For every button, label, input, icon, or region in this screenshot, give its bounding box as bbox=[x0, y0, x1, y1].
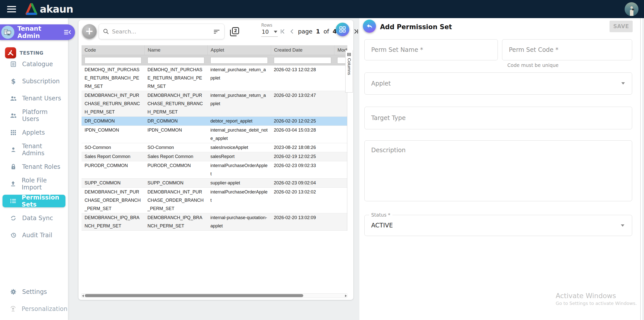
table-row[interactable]: DEMOHQ_INT_PURCHASE_RETURN_BRANCH_PERM_S… bbox=[82, 65, 347, 91]
applet-select[interactable]: Applet bbox=[364, 72, 632, 95]
target-type-field[interactable]: Target Type bbox=[364, 107, 632, 129]
akaun-triangle-logo-icon bbox=[25, 3, 38, 15]
perm-set-name-field[interactable]: Perm Set Name * bbox=[364, 39, 498, 60]
sidebar-item-permission-sets[interactable]: Permission Sets bbox=[3, 195, 65, 207]
save-button[interactable]: SAVE bbox=[610, 21, 633, 32]
module-label: TESTING bbox=[20, 50, 44, 56]
table-row[interactable]: Sales Report Common Sales Report Common … bbox=[82, 152, 347, 161]
sidebar-item-tenant-admins[interactable]: Tenant Admins bbox=[3, 143, 65, 156]
column-header-created-date[interactable]: Created Date bbox=[271, 45, 334, 55]
workspace-switcher[interactable]: Tenant Admin bbox=[0, 24, 75, 40]
back-button[interactable] bbox=[363, 20, 376, 33]
description-field[interactable]: Description bbox=[364, 140, 632, 201]
filter-input-created-date[interactable] bbox=[274, 57, 331, 64]
table-row[interactable]: DEMOBRANCH_INT_PURCHASE_ORDER_BRANCH_PER… bbox=[82, 188, 347, 213]
user-avatar[interactable] bbox=[625, 2, 638, 16]
cell-code: SO-Common bbox=[82, 143, 144, 152]
sidebar-module-testing[interactable]: TESTING bbox=[5, 47, 44, 58]
horizontal-scrollbar[interactable] bbox=[82, 293, 347, 298]
sidebar: Tenant Admin TESTING Catalogue bbox=[0, 18, 68, 320]
filter-input-name[interactable] bbox=[147, 57, 204, 64]
perm-set-code-field[interactable]: Perm Set Code * bbox=[502, 39, 632, 60]
hamburger-menu-icon[interactable] bbox=[7, 6, 16, 12]
sidebar-item-catalogue[interactable]: Catalogue bbox=[3, 58, 65, 70]
watermark-line1: Activate Windows bbox=[556, 292, 637, 300]
cell-applet: internalPurchaseOrderApplet bbox=[207, 188, 271, 213]
cell-applet: internalPurchaseOrderApplet bbox=[207, 161, 271, 178]
cell-name: DEMOBRANCH_IPQ_BRANCH_PERM_SET bbox=[144, 213, 207, 230]
cell-code: IPDN_COMMON bbox=[82, 126, 144, 143]
table-row[interactable]: SO-Common SO-Common salesInvoiceApplet 2… bbox=[82, 143, 347, 152]
sidebar-item-settings[interactable]: Settings bbox=[3, 286, 65, 298]
scroll-left-icon[interactable] bbox=[82, 295, 84, 297]
search-box[interactable] bbox=[99, 24, 224, 39]
lock-icon bbox=[10, 164, 17, 170]
sidebar-item-tenant-roles[interactable]: Tenant Roles bbox=[3, 161, 65, 173]
cell-created: 2026-02-23 09:02:04 bbox=[271, 179, 334, 187]
prev-page-icon[interactable] bbox=[289, 28, 294, 34]
rows-per-page-select[interactable]: Rows 10 bbox=[261, 23, 278, 37]
table-row[interactable]: SUPP_COMMON SUPP_COMMON supplier-applet … bbox=[82, 179, 347, 188]
sync-icon bbox=[10, 215, 17, 221]
cell-created: 2026-02-19 12:02:25 bbox=[271, 152, 334, 161]
cell-code: DEMOBRANCH_INT_PURCHASE_RETURN_BRANCH_PE… bbox=[82, 91, 144, 116]
description-label: Description bbox=[371, 147, 406, 154]
watermark-line2: Go to Settings to activate Windows. bbox=[556, 301, 637, 306]
last-page-icon[interactable] bbox=[353, 28, 359, 34]
table-row-selected[interactable]: DR_COMMON DR_COMMON debtor_report_applet… bbox=[82, 117, 347, 126]
sidebar-item-label: Permission Sets bbox=[22, 194, 65, 208]
first-page-icon[interactable] bbox=[280, 28, 286, 34]
filter-input-applet[interactable] bbox=[210, 57, 268, 64]
table-row[interactable]: DEMOBRANCH_IPQ_BRANCH_PERM_SET DEMOBRANC… bbox=[82, 213, 347, 231]
column-header-applet[interactable]: Applet bbox=[207, 45, 271, 55]
filter-icon[interactable] bbox=[214, 29, 220, 34]
chevron-down-icon bbox=[621, 224, 624, 227]
sidebar-item-label: Data Sync bbox=[22, 215, 53, 222]
table-row[interactable]: PURODR_COMMON PURODR_COMMON internalPurc… bbox=[82, 161, 347, 179]
sidebar-item-subscription[interactable]: $ Subscription bbox=[3, 75, 65, 88]
search-icon bbox=[103, 28, 109, 34]
code-helper-text: Code must be unique bbox=[507, 62, 559, 68]
duplicate-2-icon[interactable]: 2 bbox=[230, 27, 239, 36]
sidebar-item-applets[interactable]: Applets bbox=[3, 126, 65, 139]
table-row[interactable]: DEMOBRANCH_INT_PURCHASE_RETURN_BRANCH_PE… bbox=[82, 91, 347, 117]
cell-applet: internal_purchase_return_applet bbox=[207, 91, 271, 116]
gear-icon bbox=[10, 289, 17, 295]
table-row[interactable]: IPDN_COMMON IPDN_COMMON internal_purchas… bbox=[82, 126, 347, 143]
search-input[interactable] bbox=[112, 28, 214, 35]
sidebar-item-audit-trail[interactable]: Audit Trail bbox=[3, 229, 65, 242]
sidebar-item-personalization[interactable]: Personalization bbox=[3, 303, 65, 315]
cell-applet: debtor_report_applet bbox=[207, 117, 271, 126]
chevron-down-icon bbox=[621, 82, 625, 85]
panel-scrollbar-track[interactable] bbox=[640, 18, 641, 320]
add-record-button[interactable]: + bbox=[82, 24, 97, 39]
cell-created: 2026-03-04 15:03:28 bbox=[271, 126, 334, 143]
sidebar-item-role-file-import[interactable]: Role File Import bbox=[3, 178, 65, 190]
permission-sets-table: Code Name Applet Created Date Modifi DEM… bbox=[82, 45, 347, 231]
scroll-right-icon[interactable] bbox=[345, 295, 347, 297]
people-icon bbox=[10, 96, 17, 101]
sidebar-item-label: Platform Users bbox=[22, 108, 65, 123]
perm-set-name-label: Perm Set Name * bbox=[371, 46, 423, 53]
menu-collapse-icon[interactable] bbox=[64, 29, 71, 35]
status-select[interactable]: Status * ACTIVE bbox=[364, 215, 632, 236]
sidebar-footer: Settings Personalization bbox=[0, 286, 68, 315]
sidebar-item-tenant-users[interactable]: Tenant Users bbox=[3, 92, 65, 105]
filter-input-code[interactable] bbox=[85, 57, 141, 64]
back-arrow-icon bbox=[366, 23, 373, 30]
sidebar-item-label: Tenant Users bbox=[22, 95, 61, 102]
cell-code: DR_COMMON bbox=[82, 117, 144, 126]
grid-view-button[interactable] bbox=[336, 23, 349, 36]
cell-name: DR_COMMON bbox=[144, 117, 207, 126]
activate-windows-watermark: Activate Windows Go to Settings to activ… bbox=[556, 292, 637, 306]
column-header-name[interactable]: Name bbox=[144, 45, 207, 55]
columns-panel-tab[interactable]: Columns bbox=[345, 50, 353, 93]
cell-code: DEMOBRANCH_IPQ_BRANCH_PERM_SET bbox=[82, 213, 144, 230]
perm-set-code-label: Perm Set Code * bbox=[509, 46, 558, 53]
add-permission-set-panel: Add Permission Set SAVE Perm Set Name * … bbox=[359, 18, 642, 320]
column-header-code[interactable]: Code bbox=[82, 45, 144, 55]
testing-app-icon bbox=[5, 47, 16, 58]
sidebar-item-data-sync[interactable]: Data Sync bbox=[3, 212, 65, 224]
sidebar-item-platform-users[interactable]: Platform Users bbox=[3, 109, 65, 122]
scrollbar-thumb[interactable] bbox=[85, 294, 303, 297]
